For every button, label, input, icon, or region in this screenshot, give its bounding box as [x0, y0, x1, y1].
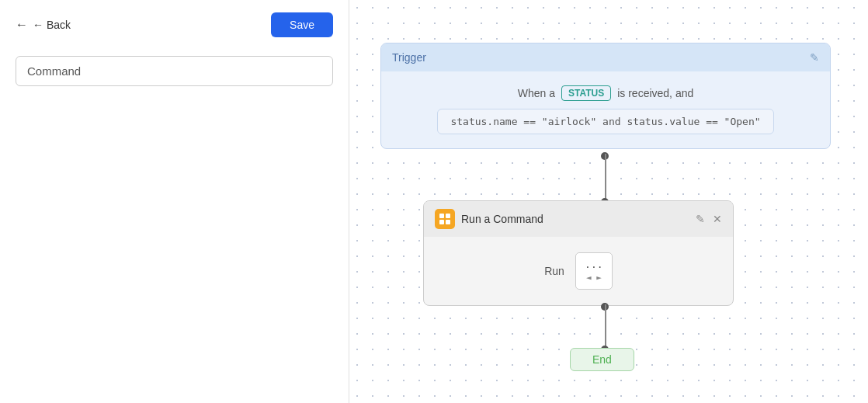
command-close-icon[interactable]: ✕ — [713, 213, 722, 225]
end-label: End — [592, 353, 612, 366]
command-header: Run a Command ✎ ✕ — [424, 201, 733, 237]
command-body: Run ... ◄ ► — [424, 237, 733, 305]
trigger-node: Trigger ✎ When a STATUS is received, and… — [380, 43, 831, 149]
run-label: Run — [544, 265, 564, 277]
command-header-label: Run a Command — [461, 213, 543, 225]
command-edit-icon[interactable]: ✎ — [696, 213, 705, 225]
command-header-actions: ✎ ✕ — [696, 213, 722, 225]
back-arrow-icon: ← — [16, 18, 28, 32]
trigger-condition: When a STATUS is received, and — [518, 85, 694, 101]
connector-line-2 — [605, 304, 606, 347]
filter-code: status.name == "airlock" and status.valu… — [437, 109, 773, 134]
condition-text-1: When a — [518, 87, 555, 99]
top-bar: ← ← Back Save — [16, 12, 333, 37]
trigger-header-label: Trigger — [392, 51, 426, 64]
command-input[interactable] — [16, 56, 333, 86]
back-link[interactable]: ← ← Back — [16, 18, 71, 32]
left-panel: ← ← Back Save — [0, 0, 349, 403]
trigger-body: When a STATUS is received, and status.na… — [381, 71, 830, 148]
command-grid-icon — [439, 213, 451, 225]
svg-rect-0 — [439, 214, 444, 218]
code-dots: ... — [585, 258, 602, 272]
back-label: ← Back — [33, 19, 71, 31]
condition-text-2: is received, and — [617, 87, 693, 99]
command-icon-box — [435, 209, 455, 229]
code-block[interactable]: ... ◄ ► — [575, 252, 613, 290]
trigger-header: Trigger ✎ — [381, 43, 830, 71]
status-badge: STATUS — [561, 85, 611, 101]
trigger-edit-icon[interactable]: ✎ — [810, 51, 819, 64]
end-node: End — [570, 348, 634, 371]
code-arrows: ◄ ► — [586, 272, 602, 283]
svg-rect-1 — [446, 214, 450, 218]
svg-rect-3 — [446, 220, 450, 224]
svg-rect-2 — [439, 220, 444, 224]
connector-line-1 — [605, 154, 606, 202]
canvas: Trigger ✎ When a STATUS is received, and… — [349, 0, 868, 403]
save-button[interactable]: Save — [271, 12, 333, 37]
command-node: Run a Command ✎ ✕ Run ... ◄ ► — [423, 200, 734, 306]
